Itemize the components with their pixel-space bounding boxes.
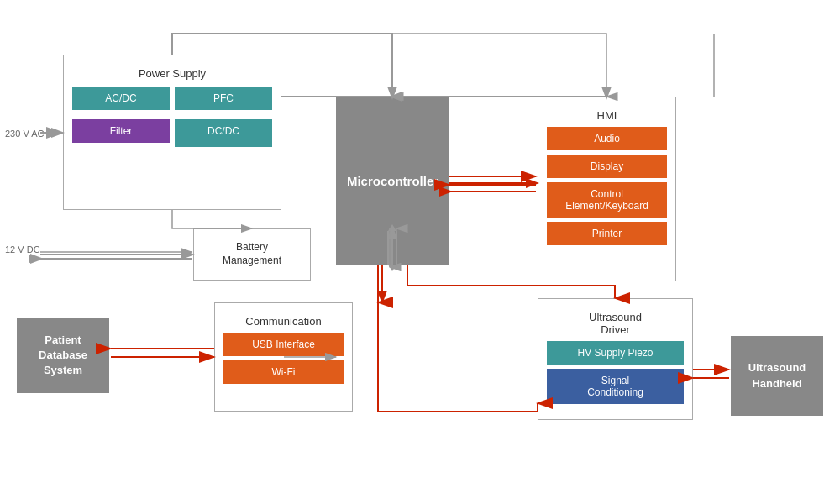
wifi-block: Wi-Fi [223,360,344,384]
ultrasound-driver-title: UltrasoundDriver [547,307,684,341]
ultrasound-handheld-block: UltrasoundHandheld [731,336,823,416]
audio-block: Audio [547,127,667,150]
power-supply-title: Power Supply [72,64,272,85]
usb-interface-block: USB Interface [223,333,344,356]
hv-supply-block: HV Supply Piezo [547,341,684,365]
microcontroller-label: Microcontroller [347,172,438,190]
label-230v: 230 V AC [5,129,44,139]
dc-dc-block: DC/DC [175,119,272,147]
filter-block: Filter [72,119,170,143]
hmi-block: HMI Audio Display ControlElement/Keyboar… [538,97,676,281]
power-supply-block: Power Supply AC/DC PFC Filter DC/DC [63,55,281,210]
label-12v: 12 V DC [5,244,40,255]
display-block: Display [547,155,667,178]
patient-db-block: PatientDatabaseSystem [17,318,109,393]
patient-db-label: PatientDatabaseSystem [39,333,87,379]
signal-conditioning-block: SignalConditioning [547,369,684,404]
diagram: 230 V AC 12 V DC Power Supply AC/DC PFC … [0,0,840,504]
pfc-block: PFC [175,87,272,110]
ac-dc-block: AC/DC [72,87,170,110]
battery-block: BatteryManagement [193,228,311,281]
communication-block: Communication USB Interface Wi-Fi [214,302,353,412]
hmi-title: HMI [547,106,667,127]
ultrasound-driver-block: UltrasoundDriver HV Supply Piezo SignalC… [538,298,693,420]
control-element-block: ControlElement/Keyboard [547,182,667,218]
svg-marker-6 [388,265,396,271]
ultrasound-handheld-label: UltrasoundHandheld [748,360,806,391]
battery-title: BatteryManagement [223,241,281,267]
printer-block: Printer [547,222,667,245]
microcontroller-block: Microcontroller [336,97,449,265]
communication-title: Communication [223,312,344,333]
